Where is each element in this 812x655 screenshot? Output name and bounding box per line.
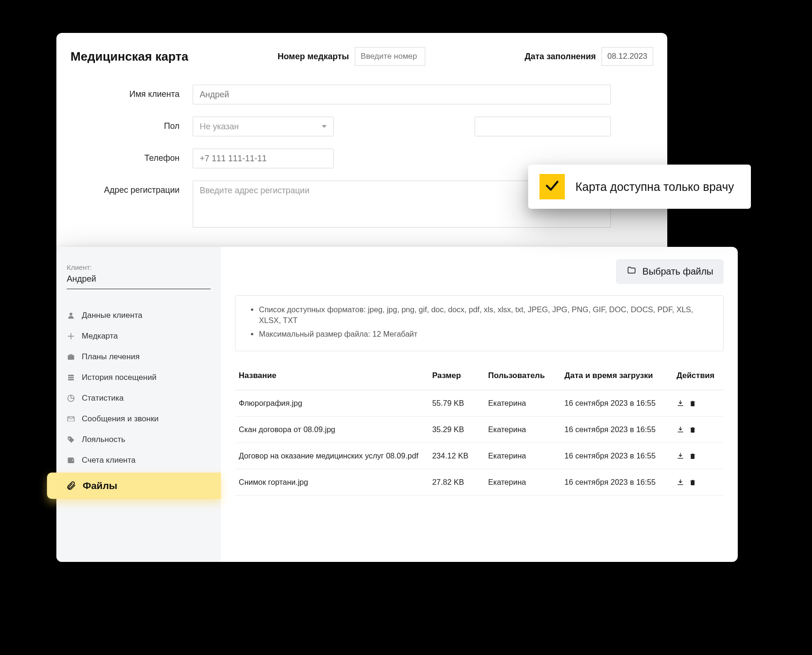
cell-size: 35.29 KB [429,417,484,443]
cell-name: Договор на оказание медицинских услуг 08… [235,443,429,469]
files-main: Выбрать файлы Список доступных форматов:… [221,247,738,562]
choose-files-label: Выбрать файлы [642,266,713,277]
download-icon[interactable] [677,400,684,407]
client-panel: Клиент: Андрей Данные клиентаМедкартаПла… [56,247,738,562]
cell-user: Екатерина [484,443,561,469]
cell-time: 16 сентября 2023 в 16:55 [561,390,672,417]
sidebar-item-label: Файлы [83,480,117,491]
trash-icon[interactable] [689,452,696,460]
cell-actions [673,469,724,496]
cell-size: 55.79 KB [429,390,484,417]
folder-icon [626,266,637,277]
mail-icon [67,415,75,423]
download-icon[interactable] [677,479,684,486]
sidebar-item-1[interactable]: Медкарта [56,326,221,347]
sidebar-item-7[interactable]: Счета клиента [56,450,221,471]
plus-icon [67,332,75,340]
fill-date-value[interactable]: 08.12.2023 [601,47,653,66]
col-size: Размер [429,366,484,390]
card-number-input[interactable] [355,47,425,66]
cell-time: 16 сентября 2023 в 16:55 [561,443,672,469]
cell-time: 16 сентября 2023 в 16:55 [561,469,672,496]
sidebar-item-5[interactable]: Сообщения и звонки [56,409,221,429]
trash-icon[interactable] [689,400,696,407]
client-name: Андрей [67,274,211,284]
choose-files-button[interactable]: Выбрать файлы [616,259,724,284]
files-table: Название Размер Пользователь Дата и врем… [235,366,724,496]
check-icon [544,178,560,196]
sidebar-item-2[interactable]: Планы лечения [56,347,221,367]
client-label: Клиент: [67,263,211,271]
cell-actions [673,443,724,469]
trash-icon[interactable] [689,479,696,486]
cell-name: Скан договора от 08.09.jpg [235,417,429,443]
sidebar-item-6[interactable]: Лояльность [56,429,221,450]
info-maxsize: Максимальный размер файла: 12 Мегабайт [259,329,713,339]
upload-info-box: Список доступных форматов: jpeg, jpg, pn… [235,295,724,351]
secondary-field[interactable] [475,117,611,136]
table-row: Скан договора от 08.09.jpg35.29 KBЕкатер… [235,417,724,443]
client-name-label: Имя клиента [70,85,193,99]
gender-select[interactable]: Не указан [193,117,334,136]
cell-size: 27.82 KB [429,469,484,496]
col-time: Дата и время загрузки [561,366,672,390]
sidebar-item-3[interactable]: История посещений [56,367,221,388]
download-icon[interactable] [677,426,684,434]
clip-icon [66,481,76,491]
address-label: Адрес регистрации [70,181,193,195]
user-icon [67,311,75,320]
sidebar-item-label: Планы лечения [82,352,140,362]
phone-label: Телефон [70,149,193,163]
cell-user: Екатерина [484,417,561,443]
card-number-label: Номер медкарты [278,52,349,62]
sidebar-item-label: Статистика [82,394,124,403]
sidebar-item-label: Данные клиента [82,311,142,320]
sidebar-item-label: Сообщения и звонки [82,414,159,424]
sidebar-item-label: История посещений [82,373,156,382]
col-name: Название [235,366,429,390]
sidebar-item-label: Лояльность [82,435,125,444]
pie-icon [67,394,75,402]
sidebar: Клиент: Андрей Данные клиентаМедкартаПла… [56,247,221,562]
cell-actions [673,417,724,443]
cell-user: Екатерина [484,390,561,417]
phone-input[interactable] [193,149,334,168]
cell-actions [673,390,724,417]
gender-value: Не указан [200,122,239,132]
table-row: Флюрография.jpg55.79 KBЕкатерина16 сентя… [235,390,724,417]
briefcase-icon [67,353,75,361]
info-formats: Список доступных форматов: jpeg, jpg, pn… [259,304,713,326]
sidebar-item-0[interactable]: Данные клиента [56,305,221,326]
sidebar-item-label: Счета клиента [82,456,136,465]
download-icon[interactable] [677,452,684,460]
sidebar-item-files[interactable]: Файлы [47,473,221,499]
table-row: Снимок гортани.jpg27.82 KBЕкатерина16 се… [235,469,724,496]
wallet-icon [67,456,75,465]
cell-name: Снимок гортани.jpg [235,469,429,496]
fill-date-label: Дата заполнения [524,52,596,62]
col-actions: Действия [673,366,724,390]
doctor-only-text: Карта доступна только врачу [575,180,734,194]
client-name-input[interactable] [193,85,611,104]
col-user: Пользователь [484,366,561,390]
tag-icon [67,435,75,444]
cell-user: Екатерина [484,469,561,496]
table-row: Договор на оказание медицинских услуг 08… [235,443,724,469]
cell-time: 16 сентября 2023 в 16:55 [561,417,672,443]
gender-label: Пол [70,117,193,131]
cell-size: 234.12 KB [429,443,484,469]
history-icon [67,373,75,382]
trash-icon[interactable] [689,426,696,434]
doctor-only-checkbox[interactable] [539,174,565,199]
sidebar-item-label: Медкарта [82,331,118,341]
doctor-only-banner: Карта доступна только врачу [528,165,751,209]
cell-name: Флюрография.jpg [235,390,429,417]
page-title: Медицинская карта [70,49,188,64]
sidebar-item-4[interactable]: Статистика [56,388,221,409]
chevron-down-icon [322,125,327,128]
